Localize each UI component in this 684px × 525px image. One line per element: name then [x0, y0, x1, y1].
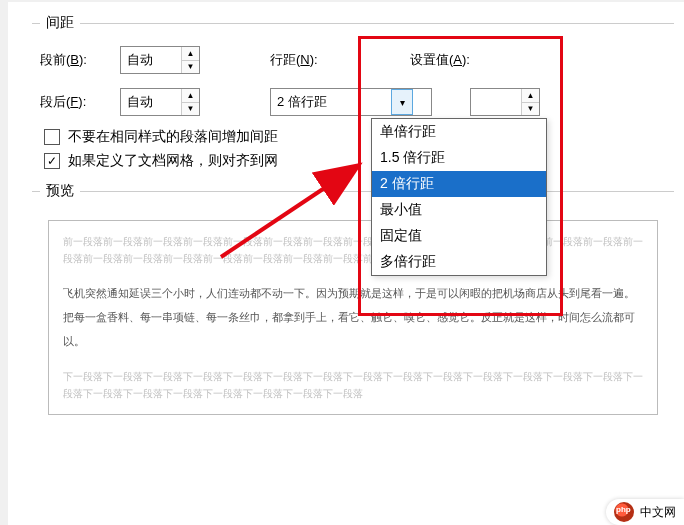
preview-fieldset: 预览 前一段落前一段落前一段落前一段落前一段落前一段落前一段落前一段落前一段落前…: [32, 182, 674, 415]
setvalue-input[interactable]: [471, 89, 521, 115]
after-row: 段后(F): ▲ ▼ ▾ ▲ ▼: [40, 86, 666, 118]
spacing-legend: 间距: [40, 14, 80, 32]
linespacing-dropdown[interactable]: 单倍行距 1.5 倍行距 2 倍行距 最小值 固定值 多倍行距: [371, 118, 547, 276]
linespacing-label: 行距(N):: [270, 51, 340, 69]
snap-grid-checkbox[interactable]: [44, 153, 60, 169]
before-up[interactable]: ▲: [182, 47, 199, 60]
after-label: 段后(F):: [40, 93, 120, 111]
preview-before: 前一段落前一段落前一段落前一段落前一段落前一段落前一段落前一段落前一段落前一段落…: [63, 233, 643, 267]
option-double[interactable]: 2 倍行距: [372, 171, 546, 197]
after-input[interactable]: [121, 89, 181, 115]
before-spinner[interactable]: ▲ ▼: [120, 46, 200, 74]
after-down[interactable]: ▼: [182, 102, 199, 116]
after-up[interactable]: ▲: [182, 89, 199, 102]
preview-legend: 预览: [40, 182, 80, 200]
before-down[interactable]: ▼: [182, 60, 199, 74]
php-logo-icon: [614, 502, 634, 522]
no-space-label: 不要在相同样式的段落间增加间距: [68, 128, 278, 146]
linespacing-input[interactable]: [271, 89, 391, 115]
linespacing-dropdown-button[interactable]: ▾: [391, 89, 413, 115]
before-row: 段前(B): ▲ ▼ 行距(N): 设置值(A):: [40, 44, 666, 76]
spacing-fieldset: 间距 段前(B): ▲ ▼ 行距(N): 设置值(A):: [32, 14, 674, 176]
option-multi[interactable]: 多倍行距: [372, 249, 546, 275]
before-label: 段前(B):: [40, 51, 120, 69]
option-single[interactable]: 单倍行距: [372, 119, 546, 145]
setvalue-up[interactable]: ▲: [522, 89, 539, 102]
setvalue-label: 设置值(A):: [410, 51, 490, 69]
linespacing-combo[interactable]: ▾: [270, 88, 432, 116]
snap-grid-label: 如果定义了文档网格，则对齐到网: [68, 152, 278, 170]
option-1-5[interactable]: 1.5 倍行距: [372, 145, 546, 171]
after-spinner[interactable]: ▲ ▼: [120, 88, 200, 116]
preview-after: 下一段落下一段落下一段落下一段落下一段落下一段落下一段落下一段落下一段落下一段落…: [63, 368, 643, 402]
before-input[interactable]: [121, 47, 181, 73]
preview-box: 前一段落前一段落前一段落前一段落前一段落前一段落前一段落前一段落前一段落前一段落…: [48, 220, 658, 415]
snap-grid-row[interactable]: 如果定义了文档网格，则对齐到网: [44, 152, 666, 170]
setvalue-spinner[interactable]: ▲ ▼: [470, 88, 540, 116]
option-fixed[interactable]: 固定值: [372, 223, 546, 249]
watermark-text: 中文网: [640, 504, 676, 521]
watermark: 中文网: [606, 499, 684, 525]
option-min[interactable]: 最小值: [372, 197, 546, 223]
preview-body: 飞机突然通知延误三个小时，人们连动都不动一下。因为预期就是这样，于是可以闲暇的把…: [63, 281, 643, 354]
no-space-checkbox[interactable]: [44, 129, 60, 145]
setvalue-down[interactable]: ▼: [522, 102, 539, 116]
no-space-same-style-row[interactable]: 不要在相同样式的段落间增加间距: [44, 128, 666, 146]
